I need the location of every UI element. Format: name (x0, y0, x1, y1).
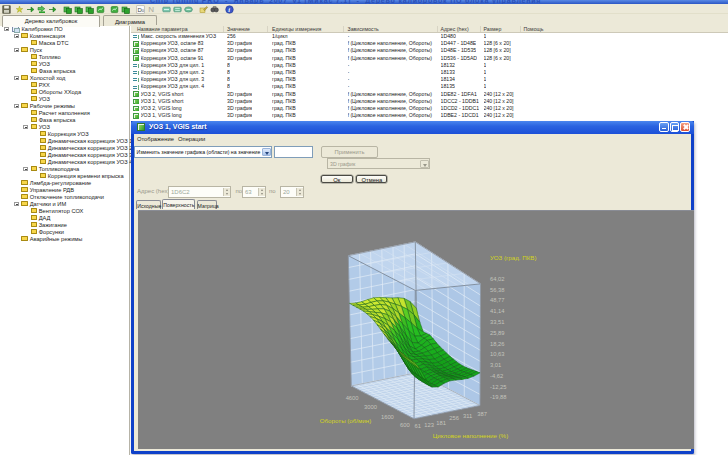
svg-text:33,51: 33,51 (490, 318, 505, 324)
svg-text:387: 387 (477, 410, 487, 416)
svg-text:600: 600 (399, 421, 409, 427)
svg-text:181: 181 (436, 420, 446, 426)
svg-text:Цикловое наполнение (%): Цикловое наполнение (%) (432, 432, 507, 439)
svg-text:25,89: 25,89 (490, 329, 505, 335)
svg-text:18,26: 18,26 (490, 340, 505, 346)
svg-text:-4,62: -4,62 (490, 372, 503, 378)
svg-text:1600: 1600 (380, 413, 393, 419)
svg-text:256: 256 (449, 414, 459, 420)
svg-text:3,01: 3,01 (490, 362, 501, 368)
svg-text:48,77: 48,77 (490, 297, 505, 303)
svg-text:10,63: 10,63 (490, 351, 505, 357)
svg-text:-12,25: -12,25 (490, 383, 506, 389)
svg-text:N: N (148, 5, 154, 14)
svg-text:D0: D0 (137, 6, 144, 12)
svg-text:УОЗ (град. ПКВ): УОЗ (град. ПКВ) (490, 254, 536, 261)
svg-text:61: 61 (414, 422, 420, 428)
svg-text:Обороты (об/мин): Обороты (об/мин) (319, 416, 371, 423)
svg-text:56,38: 56,38 (490, 286, 505, 292)
svg-text:3000: 3000 (364, 404, 377, 410)
svg-text:-19,88: -19,88 (490, 394, 506, 400)
svg-text:64,02: 64,02 (490, 275, 505, 281)
svg-text:123: 123 (424, 422, 434, 428)
svg-text:4600: 4600 (345, 395, 358, 401)
svg-text:i: i (228, 6, 230, 13)
svg-text:41,14: 41,14 (490, 308, 505, 314)
svg-text:311: 311 (463, 412, 472, 418)
